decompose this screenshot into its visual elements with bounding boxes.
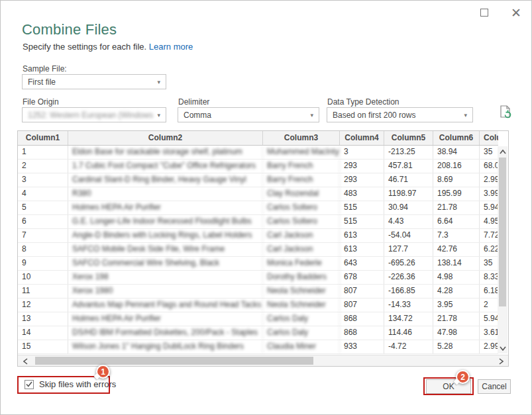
table-row: 3Cardinal Slant-D Ring Binder, Heavy Gau… <box>18 173 498 187</box>
table-cell: 35 <box>480 257 498 270</box>
table-cell: 2 <box>480 299 498 312</box>
table-cell: 613 <box>340 243 384 256</box>
table-cell: 4 <box>18 187 68 201</box>
learn-more-link[interactable]: Learn more <box>149 42 193 52</box>
table-cell: -54.04 <box>384 229 433 242</box>
refresh-preview-button[interactable] <box>499 105 512 121</box>
scroll-left-button[interactable] <box>19 355 31 367</box>
scroll-down-button[interactable] <box>498 343 507 353</box>
chevron-down-icon: ▾ <box>157 79 160 85</box>
table-cell: 2.99 <box>480 340 498 353</box>
table-cell: Carlos Daly <box>263 326 340 340</box>
table-cell: 1 <box>18 146 68 159</box>
scroll-up-button[interactable] <box>498 146 507 157</box>
table-cell: 21.78 <box>433 312 480 326</box>
delimiter-label: Delimiter <box>178 97 209 107</box>
table-cell: Xerox 198 <box>68 271 263 284</box>
column-header[interactable]: Column7 <box>480 131 498 145</box>
table-cell: 38.94 <box>433 146 480 159</box>
table-cell: 35 <box>480 146 498 159</box>
table-cell: 3.95 <box>433 299 480 312</box>
table-cell: 3 <box>340 146 384 159</box>
table-cell: Monica Federle <box>263 257 340 270</box>
table-cell: 293 <box>340 160 384 173</box>
table-cell: DS/HD IBM Formatted Diskettes, 200/Pack … <box>68 326 263 340</box>
dialog-subtitle: Specify the settings for each file. Lear… <box>23 42 193 52</box>
delimiter-dropdown[interactable]: Comma ▾ <box>178 107 319 122</box>
table-cell: 1.7 Cubic Foot Compact "Cube" Office Ref… <box>68 160 263 173</box>
table-cell: Wilson Jones 1" Hanging DublLock Ring Bi… <box>68 340 263 353</box>
table-cell: -226.36 <box>384 271 433 284</box>
table-cell: 515 <box>340 201 384 214</box>
table-cell: 42.76 <box>433 243 480 256</box>
table-cell: 15 <box>18 340 68 353</box>
table-cell: Advantus Map Pennant Flags and Round Hea… <box>68 299 263 312</box>
window-controls: ✕ <box>476 5 525 21</box>
data-type-detection-value: Based on first 200 rows <box>333 111 460 120</box>
file-origin-value: 1252: Western European (Windows) <box>28 111 153 120</box>
table-cell: Carlos Soltero <box>263 215 340 228</box>
table-cell: 483 <box>340 187 384 201</box>
table-cell: Carl Jackson <box>263 243 340 256</box>
table-row: 11Xerox 1980Neola Schneider807-166.854.2… <box>18 285 498 299</box>
column-header[interactable]: Column6 <box>433 131 480 145</box>
table-cell: 47.98 <box>433 326 480 340</box>
horizontal-scrollbar[interactable] <box>18 355 508 366</box>
chevron-down-icon: ▾ <box>157 112 160 118</box>
data-type-detection-dropdown[interactable]: Based on first 200 rows ▾ <box>327 107 473 122</box>
table-cell: Cardinal Slant-D Ring Binder, Heavy Gaug… <box>68 173 263 187</box>
annotation-badge-1: 1 <box>96 365 110 379</box>
table-cell: 6.64 <box>433 215 480 228</box>
maximize-button[interactable] <box>476 5 493 21</box>
table-row: 15Wilson Jones 1" Hanging DublLock Ring … <box>18 340 498 354</box>
table-cell: 868 <box>340 312 384 326</box>
table-row: 6G.E. Longer-Life Indoor Recessed Floodl… <box>18 215 498 229</box>
data-preview-grid: Column1Column2Column3Column4Column5Colum… <box>17 130 509 367</box>
table-cell: -213.25 <box>384 146 433 159</box>
table-cell: 5.94 <box>480 312 498 326</box>
table-cell: 3.61 <box>480 326 498 340</box>
column-header[interactable]: Column3 <box>263 131 340 145</box>
sample-file-dropdown[interactable]: First file ▾ <box>22 74 166 89</box>
vertical-scroll-thumb[interactable] <box>499 158 506 306</box>
table-cell: 12 <box>18 299 68 312</box>
table-row: 9SAFCO Commercial Wire Shelving, BlackMo… <box>18 257 498 271</box>
table-row: 1Eldon Base for stackable storage shelf,… <box>18 146 498 160</box>
column-header[interactable]: Column2 <box>68 131 263 145</box>
cancel-button[interactable]: Cancel <box>478 379 511 394</box>
table-cell: 868 <box>340 326 384 340</box>
table-row: 7Angle-D Binders with Locking Rings, Lab… <box>18 229 498 243</box>
table-cell: 134.72 <box>384 312 433 326</box>
table-cell: 13 <box>18 312 68 326</box>
vertical-scrollbar[interactable] <box>498 146 507 353</box>
table-cell: 127.7 <box>384 243 433 256</box>
table-cell: 5.28 <box>433 340 480 353</box>
table-cell: 195.99 <box>433 187 480 201</box>
table-cell: 933 <box>340 340 384 353</box>
chevron-up-icon <box>500 150 506 154</box>
chevron-down-icon: ▾ <box>464 112 467 118</box>
table-cell: 6.22 <box>480 243 498 256</box>
table-cell: 7 <box>18 229 68 242</box>
table-cell: Carlos Daly <box>263 312 340 326</box>
skip-files-with-errors-checkbox[interactable]: Skip files with errors <box>25 379 116 389</box>
table-cell: Carl Jackson <box>263 229 340 242</box>
scroll-right-button[interactable] <box>495 355 507 367</box>
column-header[interactable]: Column1 <box>18 131 68 145</box>
file-origin-dropdown[interactable]: 1252: Western European (Windows) ▾ <box>22 107 166 122</box>
table-row: 13Holmes HEPA Air PurifierCarlos Daly868… <box>18 312 498 326</box>
column-header[interactable]: Column4 <box>340 131 384 145</box>
table-cell: 7.72 <box>480 229 498 242</box>
table-cell: -695.26 <box>384 257 433 270</box>
chevron-right-icon <box>499 358 504 365</box>
column-header[interactable]: Column5 <box>384 131 433 145</box>
table-cell: Angle-D Binders with Locking Rings, Labe… <box>68 229 263 242</box>
table-cell: 14 <box>18 326 68 340</box>
close-button[interactable]: ✕ <box>507 5 525 21</box>
table-cell: 208.16 <box>433 160 480 173</box>
horizontal-scroll-thumb[interactable] <box>35 357 313 365</box>
table-cell: 457.81 <box>384 160 433 173</box>
table-cell: Carlos Soltero <box>263 201 340 214</box>
table-cell: Neola Schneider <box>263 299 340 312</box>
table-row: 14DS/HD IBM Formatted Diskettes, 200/Pac… <box>18 326 498 340</box>
